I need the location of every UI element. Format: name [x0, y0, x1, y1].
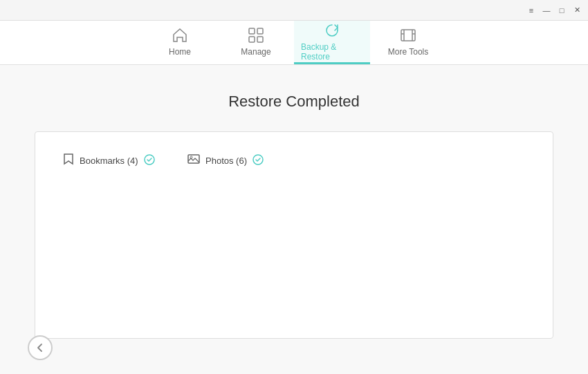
- close-button[interactable]: ✕: [571, 5, 582, 16]
- nav-label-backup-restore: Backup & Restore: [301, 42, 363, 62]
- nav-label-home: Home: [169, 47, 191, 57]
- navbar: Home Manage Backup & Restore More Tools: [0, 21, 588, 65]
- photos-check-icon: [252, 154, 264, 167]
- svg-rect-4: [249, 37, 255, 42]
- maximize-button[interactable]: □: [556, 5, 567, 16]
- main-content: Restore Completed Bookmarks (4): [0, 65, 588, 374]
- photos-icon: [187, 153, 200, 167]
- nav-label-manage: Manage: [241, 47, 270, 57]
- bookmark-icon: [63, 153, 74, 168]
- bookmarks-check-icon: [144, 154, 155, 167]
- minimize-button[interactable]: —: [541, 5, 552, 16]
- photos-label: Photos (6): [205, 156, 247, 166]
- menu-button[interactable]: ≡: [526, 5, 537, 16]
- nav-item-backup-restore[interactable]: Backup & Restore: [294, 21, 370, 64]
- nav-label-more-tools: More Tools: [388, 47, 428, 57]
- result-item-photos: Photos (6): [187, 153, 298, 168]
- svg-rect-3: [257, 28, 263, 34]
- svg-rect-6: [401, 30, 415, 41]
- nav-item-manage[interactable]: Manage: [218, 21, 294, 64]
- bookmarks-label: Bookmarks (4): [80, 156, 138, 166]
- back-button[interactable]: [28, 335, 53, 360]
- result-item-bookmarks: Bookmarks (4): [63, 153, 174, 168]
- page-title: Restore Completed: [228, 93, 360, 111]
- titlebar-controls: ≡ — □ ✕: [526, 5, 582, 16]
- nav-item-home[interactable]: Home: [142, 21, 218, 64]
- titlebar: ≡ — □ ✕: [0, 0, 588, 21]
- nav-item-more-tools[interactable]: More Tools: [370, 21, 446, 64]
- svg-rect-2: [249, 28, 255, 34]
- results-card: Bookmarks (4) Photos (6): [35, 131, 553, 339]
- svg-point-13: [190, 156, 192, 158]
- svg-rect-5: [257, 37, 263, 42]
